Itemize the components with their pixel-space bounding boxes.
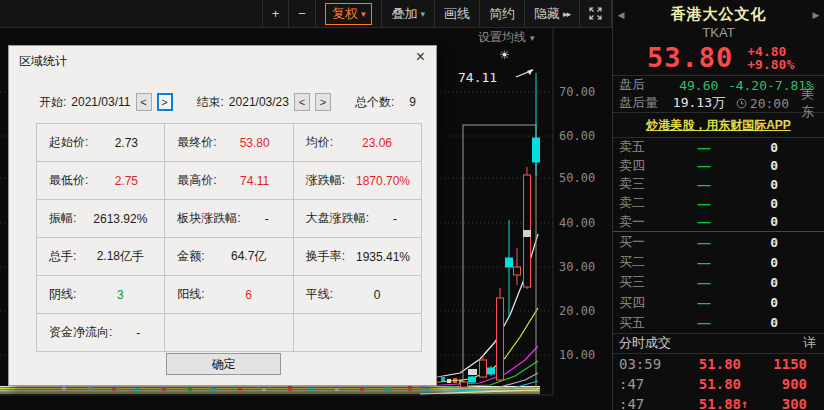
stat-cell: 涨跌幅:1870.70%: [293, 162, 421, 200]
stat-cell: 起始价:2.73: [37, 124, 165, 162]
set-ma-dropdown[interactable]: 设置均线▾: [478, 29, 535, 46]
zoom-in-button[interactable]: +: [262, 0, 289, 27]
stat-label: 资金净流向:: [49, 324, 112, 341]
stat-cell: 大盘涨跌幅:-: [293, 200, 421, 238]
order-level-row[interactable]: 卖一—0: [613, 212, 824, 231]
double-arrow-right-icon: ▸▸: [563, 9, 570, 19]
date-range-row: 开始: 2021/03/11 < > 结束: 2021/03/23 < > 总个…: [39, 93, 416, 111]
adjust-price-dropdown[interactable]: 复权▾: [315, 0, 382, 27]
start-prev-button[interactable]: <: [136, 93, 152, 111]
adjust-price-label: 复权: [332, 5, 358, 23]
order-level-row[interactable]: 买一—0: [613, 232, 824, 252]
start-date: 2021/03/11: [71, 95, 130, 109]
confirm-button[interactable]: 确定: [166, 353, 281, 375]
stat-label: 最高价:: [177, 172, 216, 189]
end-label: 结束:: [197, 94, 224, 111]
ticks-header: 分时成交 详: [613, 334, 824, 353]
tick-volume: 1150: [753, 356, 824, 372]
overlay-label: 叠加: [391, 5, 417, 23]
overlay-dropdown[interactable]: 叠加▾: [381, 0, 434, 27]
stat-value: 2.73: [88, 136, 164, 150]
stat-value: -: [241, 212, 293, 226]
hide-button[interactable]: 隐藏▸▸: [524, 0, 579, 27]
stat-cell: [293, 314, 421, 352]
stat-label: 阴线:: [49, 286, 76, 303]
ask-levels: 卖五—0卖四—0卖三—0卖二—0卖一—0: [613, 138, 824, 231]
caret-down-icon: ▾: [420, 9, 425, 19]
fullscreen-button[interactable]: [579, 0, 612, 27]
y-axis-tick: 30.00: [559, 260, 595, 274]
stat-cell: 最终价:53.80: [165, 124, 293, 162]
tick-price: 51.88: [671, 396, 741, 410]
level-label: 卖四: [613, 157, 669, 175]
tick-volume: 300: [753, 396, 824, 410]
zoom-out-button[interactable]: −: [288, 0, 315, 27]
candle: [488, 368, 495, 374]
stat-value: 0: [333, 288, 421, 302]
candle: [533, 138, 540, 162]
after-hours-label: 盘后: [613, 76, 660, 94]
empty-price-dash: —: [669, 295, 739, 310]
stat-label: 阳线:: [177, 286, 204, 303]
candle: [506, 258, 513, 267]
detail-link[interactable]: 详: [803, 334, 816, 352]
end-prev-button[interactable]: <: [294, 93, 310, 111]
order-level-row[interactable]: 卖三—0: [613, 175, 824, 194]
prev-stock-icon[interactable]: ◀: [613, 10, 629, 20]
empty-price-dash: —: [669, 196, 739, 211]
stat-cell: 资金净流向:-: [37, 314, 165, 352]
stat-value: 2.18亿手: [76, 248, 164, 265]
empty-price-dash: —: [669, 255, 739, 270]
caret-down-icon: ▾: [361, 9, 366, 19]
order-level-row[interactable]: 买四—0: [613, 293, 824, 313]
order-level-row[interactable]: 卖二—0: [613, 194, 824, 213]
level-label: 卖一: [613, 213, 669, 231]
end-next-button[interactable]: >: [315, 93, 331, 111]
level-volume: 0: [739, 275, 824, 290]
candle: [461, 382, 468, 387]
stat-value: 53.80: [217, 136, 293, 150]
after-hours-volume-label: 盘后量: [613, 94, 663, 112]
tick-time: :47: [613, 376, 671, 392]
stat-cell: 换手率:1935.41%: [293, 238, 421, 276]
hide-label: 隐藏: [534, 5, 560, 23]
level-label: 卖五: [613, 138, 669, 156]
tick-price: 51.80: [671, 356, 741, 372]
draw-line-button[interactable]: 画线: [434, 0, 479, 27]
candle: [514, 267, 521, 275]
close-icon[interactable]: ×: [416, 49, 425, 65]
stock-name: 香港大公文化: [629, 5, 808, 24]
stat-value: 64.7亿: [205, 248, 293, 265]
price-change: +4.80: [747, 45, 794, 58]
quote-panel: ◀ 香港大公文化 ▶ TKAT 53.80 +4.80 +9.80% 盘后 49…: [612, 0, 824, 410]
level-label: 买三: [613, 273, 669, 291]
y-axis-tick: 60.00: [559, 129, 595, 143]
order-level-row[interactable]: 卖四—0: [613, 157, 824, 176]
next-stock-icon[interactable]: ▶: [808, 10, 824, 20]
stat-label: 涨跌幅:: [306, 172, 345, 189]
empty-price-dash: —: [669, 158, 739, 173]
empty-price-dash: —: [669, 177, 739, 192]
order-level-row[interactable]: 卖五—0: [613, 138, 824, 157]
candle: [480, 360, 487, 377]
start-next-button[interactable]: >: [157, 93, 173, 111]
chart-toolbar: + − 复权▾ 叠加▾ 画线 简约 隐藏▸▸: [0, 0, 612, 28]
level-label: 买一: [613, 233, 669, 251]
stat-cell: 最低价:2.75: [37, 162, 165, 200]
quote-time: 20:00: [750, 96, 789, 111]
stat-value: 74.11: [217, 174, 293, 188]
simple-mode-button[interactable]: 简约: [479, 0, 524, 27]
level-volume: 0: [739, 196, 824, 211]
order-level-row[interactable]: 买二—0: [613, 252, 824, 272]
stat-value: 23.06: [333, 136, 421, 150]
level-volume: 0: [739, 214, 824, 229]
stat-label: 换手率:: [306, 248, 345, 265]
stat-value: -: [112, 326, 164, 340]
candle: [469, 377, 476, 382]
order-level-row[interactable]: 买五—0: [613, 313, 824, 333]
fullscreen-icon: [589, 7, 602, 20]
tick-row: :4751.88↑300: [613, 394, 824, 410]
end-date: 2021/03/23: [229, 95, 289, 109]
tick-row: 03:5951.801150: [613, 354, 824, 374]
order-level-row[interactable]: 买三—0: [613, 272, 824, 292]
